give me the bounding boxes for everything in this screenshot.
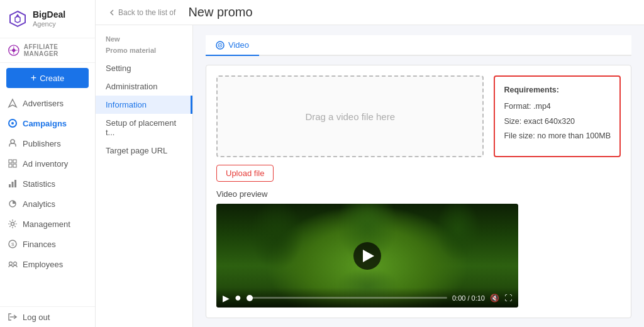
tab-video[interactable]: Video: [206, 35, 259, 56]
brand-name: BigDeal: [33, 9, 65, 20]
sidebar-item-statistics[interactable]: Statistics: [0, 174, 95, 194]
campaigns-icon: [8, 118, 18, 128]
sidebar-item-ad-inventory[interactable]: Ad inventory: [0, 153, 95, 174]
svg-point-19: [219, 45, 221, 46]
volume-button[interactable]: 🔇: [490, 294, 499, 302]
svg-rect-5: [13, 160, 16, 163]
back-link[interactable]: Back to the list of: [108, 8, 175, 17]
publishers-icon: [8, 138, 18, 148]
svg-rect-10: [14, 180, 16, 187]
requirements-format: Format: .mp4: [504, 99, 611, 114]
svg-rect-7: [13, 164, 16, 167]
sidebar-item-analytics[interactable]: Analytics: [0, 194, 95, 214]
sub-nav: New Promo material Setting Administratio…: [96, 25, 193, 327]
video-preview-label: Video preview: [216, 189, 621, 199]
svg-point-3: [11, 140, 14, 143]
sidebar-item-campaigns[interactable]: Campaigns: [0, 113, 95, 133]
video-player[interactable]: ▶ ● 0:00 / 0:10 🔇 ⛶: [216, 204, 518, 308]
play-pause-button[interactable]: ▶: [223, 293, 230, 303]
affiliate-label: AFFILIATE MANAGER: [24, 43, 87, 57]
statistics-icon: [8, 179, 18, 189]
svg-point-15: [9, 262, 13, 265]
requirements-title: Requirements:: [504, 83, 611, 98]
logo-icon: [8, 9, 28, 29]
ad-inventory-icon: [8, 158, 18, 169]
sub-nav-item-administration[interactable]: Administration: [96, 77, 192, 96]
svg-point-2: [11, 122, 14, 125]
sub-nav-header-promo: Promo material: [96, 44, 192, 59]
video-controls: ▶ ● 0:00 / 0:10 🔇 ⛶: [216, 287, 518, 308]
sidebar-item-publishers[interactable]: Publishers: [0, 133, 95, 153]
back-arrow-icon: [108, 9, 116, 16]
svg-rect-9: [12, 182, 14, 187]
video-section: Drag a video file here Requirements: For…: [206, 65, 631, 318]
main-content: Back to the list of New promo New Promo …: [96, 0, 644, 327]
sidebar-item-finances[interactable]: $ Finances: [0, 234, 95, 254]
create-button[interactable]: + Create: [6, 68, 89, 88]
management-icon: [8, 219, 18, 229]
finances-icon: $: [8, 239, 18, 249]
content-area: New Promo material Setting Administratio…: [96, 25, 644, 327]
sidebar-item-management[interactable]: Management: [0, 214, 95, 234]
svg-text:$: $: [11, 241, 14, 247]
stop-button[interactable]: ●: [235, 291, 242, 304]
sidebar: BigDeal Agency AFFILIATE MANAGER + Creat…: [0, 0, 96, 327]
form-content: Video Drag a video file here Requirement…: [193, 25, 644, 327]
time-display: 0:00 / 0:10: [452, 294, 485, 302]
progress-bar[interactable]: [247, 297, 447, 299]
sub-nav-item-information[interactable]: Information: [96, 96, 192, 114]
svg-rect-8: [9, 184, 11, 187]
tab-bar: Video: [206, 35, 631, 56]
sub-nav-item-setting[interactable]: Setting: [96, 59, 192, 77]
requirements-file-size: File size: no more than 100MB: [504, 129, 611, 144]
fullscreen-button[interactable]: ⛶: [504, 294, 512, 302]
svg-point-12: [11, 223, 14, 226]
main-nav: Advertisers Campaigns Publishers Ad inve…: [0, 93, 95, 274]
affiliate-badge: AFFILIATE MANAGER: [0, 38, 95, 63]
employees-icon: [8, 259, 18, 269]
sub-nav-item-placement[interactable]: Setup of placement t...: [96, 114, 192, 141]
affiliate-icon: [8, 43, 20, 57]
upload-row: Drag a video file here Requirements: For…: [216, 75, 621, 157]
analytics-icon: [8, 199, 18, 209]
svg-rect-6: [9, 164, 12, 167]
nav-bottom: Log out: [0, 306, 95, 327]
sub-nav-item-target-url[interactable]: Target page URL: [96, 141, 192, 160]
requirements-box: Requirements: Format: .mp4 Size: exact 6…: [494, 75, 621, 157]
logo: BigDeal Agency: [0, 0, 95, 38]
video-tab-icon: [216, 41, 225, 50]
sidebar-item-logout[interactable]: Log out: [0, 307, 95, 327]
advertisers-icon: [8, 98, 18, 108]
drag-drop-zone[interactable]: Drag a video file here: [216, 75, 484, 157]
logout-icon: [8, 312, 18, 322]
svg-rect-4: [9, 160, 12, 163]
page-title: New promo: [188, 5, 252, 19]
brand-sub: Agency: [33, 20, 65, 28]
plus-icon: +: [31, 72, 36, 84]
progress-dot: [247, 295, 253, 301]
upload-file-button[interactable]: Upload file: [216, 165, 274, 182]
sidebar-item-advertisers[interactable]: Advertisers: [0, 93, 95, 113]
play-triangle-icon: [363, 250, 374, 262]
topbar: Back to the list of New promo: [96, 0, 644, 25]
svg-point-16: [14, 262, 17, 265]
sidebar-item-employees[interactable]: Employees: [0, 254, 95, 274]
play-button[interactable]: [353, 242, 381, 270]
requirements-size: Size: exact 640x320: [504, 114, 611, 130]
